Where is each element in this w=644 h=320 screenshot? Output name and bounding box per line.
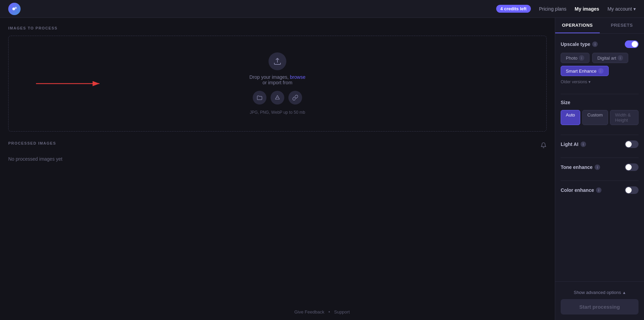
drop-text: Drop your images, browse or import from (249, 74, 305, 85)
tone-enhance-toggle[interactable] (625, 163, 639, 171)
chevron-down-icon: ▾ (588, 79, 591, 84)
content-area: IMAGES TO PROCESS (0, 18, 555, 320)
type-btn-photo[interactable]: Photo i (561, 53, 589, 63)
digital-art-info-icon[interactable]: i (618, 55, 623, 61)
tone-enhance-row: Tone enhance i (561, 163, 639, 171)
size-btn-custom[interactable]: Custom (582, 110, 608, 125)
photo-info-icon[interactable]: i (579, 55, 584, 61)
size-custom-label: Custom (587, 112, 603, 118)
upload-icon (269, 52, 286, 70)
sidebar: OPERATIONS PRESETS Upscale type i Photo … (555, 18, 644, 320)
color-enhance-toggle[interactable] (625, 186, 639, 194)
header: 4 credits left Pricing plans My images M… (0, 0, 644, 18)
tone-enhance-title: Tone enhance i (561, 164, 600, 170)
smart-enhance-info-icon[interactable]: i (598, 68, 604, 74)
header-nav: 4 credits left Pricing plans My images M… (496, 5, 636, 13)
show-advanced-options[interactable]: Show advanced options ▴ (555, 286, 644, 299)
size-btn-auto[interactable]: Auto (561, 110, 580, 125)
light-ai-row: Light AI i (561, 140, 639, 148)
no-processed-images: No processed images yet (8, 156, 547, 162)
size-title: Size (561, 100, 570, 105)
pricing-plans-link[interactable]: Pricing plans (539, 6, 567, 12)
tone-enhance-info-icon[interactable]: i (595, 164, 600, 170)
processed-images-label: PROCESSED IMAGES (8, 141, 56, 145)
tab-presets[interactable]: PRESETS (600, 18, 644, 33)
light-ai-toggle[interactable] (625, 140, 639, 148)
my-account-menu[interactable]: My account ▾ (607, 6, 636, 12)
svg-point-0 (12, 8, 15, 10)
type-btn-smart-enhance[interactable]: Smart Enhance i (561, 66, 609, 76)
type-buttons-group: Photo i Digital art i Smart Enhance i (561, 53, 639, 76)
sidebar-bottom: Show advanced options ▴ Start processing (555, 281, 644, 320)
light-ai-section: Light AI i (561, 140, 639, 148)
notification-bell-icon[interactable] (540, 142, 547, 150)
tab-operations[interactable]: OPERATIONS (555, 18, 600, 33)
size-width-height-label: Width & Height (615, 112, 631, 123)
divider-1 (561, 94, 639, 94)
sidebar-content: Upscale type i Photo i Digital art i (555, 34, 644, 281)
size-buttons-group: Auto Custom Width & Height (561, 110, 639, 125)
my-images-link[interactable]: My images (575, 6, 599, 12)
svg-point-1 (15, 7, 17, 9)
file-types-label: JPG, PNG, WebP up to 50 mb (250, 110, 305, 115)
footer: Give Feedback • Support (294, 309, 350, 315)
import-icons (253, 91, 302, 104)
color-enhance-info-icon[interactable]: i (596, 187, 601, 193)
type-btn-smart-enhance-label: Smart Enhance (566, 69, 597, 74)
divider-2 (561, 135, 639, 135)
color-enhance-section: Color enhance i (561, 186, 639, 194)
type-btn-digital-art-label: Digital art (597, 56, 616, 61)
upscale-type-info-icon[interactable]: i (592, 41, 598, 47)
main-layout: IMAGES TO PROCESS (0, 18, 644, 320)
size-section: Size Auto Custom Width & Height (561, 100, 639, 125)
chevron-up-icon: ▴ (623, 290, 625, 295)
tone-enhance-section: Tone enhance i (561, 163, 639, 171)
size-auto-label: Auto (566, 112, 575, 118)
older-versions-dropdown[interactable]: Older versions ▾ (561, 79, 639, 84)
processed-images-header: PROCESSED IMAGES (8, 141, 547, 151)
light-ai-info-icon[interactable]: i (581, 141, 586, 147)
sidebar-tabs: OPERATIONS PRESETS (555, 18, 644, 34)
url-import-button[interactable] (288, 91, 302, 104)
upscale-type-row: Upscale type i (561, 40, 639, 48)
drive-import-button[interactable] (271, 91, 284, 104)
credits-badge: 4 credits left (496, 5, 531, 13)
divider-3 (561, 158, 639, 158)
upscale-type-section: Upscale type i Photo i Digital art i (561, 40, 639, 84)
upscale-type-title: Upscale type i (561, 41, 598, 47)
start-processing-button[interactable]: Start processing (561, 299, 639, 315)
size-row: Size (561, 100, 639, 105)
light-ai-title: Light AI i (561, 141, 586, 147)
support-link[interactable]: Support (334, 309, 350, 315)
color-enhance-row: Color enhance i (561, 186, 639, 194)
images-to-process-label: IMAGES TO PROCESS (8, 26, 547, 30)
chevron-down-icon: ▾ (633, 6, 636, 12)
size-btn-width-height: Width & Height (610, 110, 639, 125)
type-btn-digital-art[interactable]: Digital art i (592, 53, 628, 63)
folder-import-button[interactable] (253, 91, 266, 104)
my-account-label: My account (607, 6, 632, 12)
color-enhance-title: Color enhance i (561, 187, 601, 193)
divider-4 (561, 181, 639, 181)
browse-link[interactable]: browse (290, 74, 306, 80)
feedback-link[interactable]: Give Feedback (294, 309, 324, 315)
upscale-type-toggle[interactable] (625, 40, 639, 48)
arrow-indicator (36, 77, 105, 90)
logo-icon (8, 3, 21, 15)
type-btn-photo-label: Photo (566, 56, 577, 61)
drop-zone[interactable]: Drop your images, browse or import from (8, 36, 547, 132)
